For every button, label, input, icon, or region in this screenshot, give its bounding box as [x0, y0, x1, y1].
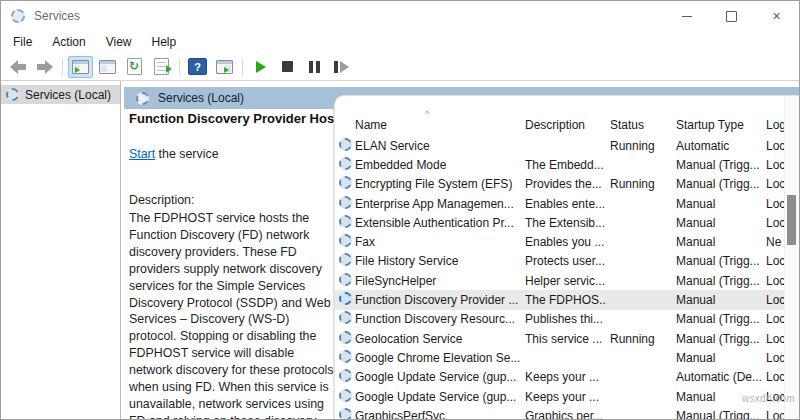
service-startup-type: Manual: [676, 235, 764, 249]
service-startup-type: Manual: [676, 216, 764, 230]
start-service-line: Start the service: [129, 147, 219, 161]
service-description: Keeps your ...: [525, 370, 607, 384]
service-startup-type: Manual (Trigg...: [676, 409, 764, 420]
service-gear-icon: [339, 369, 352, 382]
service-startup-type: Manual (Trigg...: [676, 254, 764, 268]
service-row[interactable]: Google Update Service (gup... Keeps your…: [335, 387, 785, 406]
restart-service-button[interactable]: [329, 56, 354, 78]
properties-button[interactable]: [95, 56, 120, 78]
back-button[interactable]: [5, 56, 30, 78]
service-gear-icon: [339, 234, 352, 247]
service-description: The FDPHOS...: [525, 293, 607, 307]
service-description: Enables you ...: [525, 235, 607, 249]
service-gear-icon: [339, 311, 352, 324]
service-gear-icon: [339, 138, 352, 151]
stop-service-button[interactable]: [275, 56, 300, 78]
service-gear-icon: [339, 196, 352, 209]
service-status: Running: [610, 177, 672, 191]
service-description: Graphics per...: [525, 409, 607, 420]
service-row[interactable]: Embedded Mode The Embedd... Manual (Trig…: [335, 155, 785, 174]
service-description: Enables ente...: [525, 197, 607, 211]
service-startup-type: Manual: [676, 197, 764, 211]
service-row[interactable]: Function Discovery Provider ... The FDPH…: [335, 290, 785, 309]
service-name: Function Discovery Resourc...: [355, 312, 520, 326]
action-pane-icon: [216, 60, 233, 74]
service-name: Fax: [355, 235, 520, 249]
service-row[interactable]: FileSyncHelper Helper servic... Manual (…: [335, 271, 785, 290]
service-name: Encrypting File System (EFS): [355, 177, 520, 191]
service-row[interactable]: Encrypting File System (EFS) Provides th…: [335, 175, 785, 194]
show-console-tree-button[interactable]: [68, 56, 93, 78]
service-rows: ELAN Service Running Automatic Loc Embed…: [335, 136, 785, 420]
show-action-pane-button[interactable]: [212, 56, 237, 78]
service-description: Keeps your ...: [525, 390, 607, 404]
service-row[interactable]: Geolocation Service This service ... Run…: [335, 329, 785, 348]
services-window: Services × File Action View Help ↻: [0, 0, 800, 420]
column-header-startup-type[interactable]: Startup Type: [676, 118, 744, 132]
start-service-suffix: the service: [155, 147, 218, 161]
play-icon: [256, 61, 266, 73]
maximize-button[interactable]: [709, 1, 754, 31]
service-name: Function Discovery Provider ...: [355, 293, 520, 307]
service-description: Protects user...: [525, 254, 607, 268]
pause-service-button[interactable]: [302, 56, 327, 78]
menu-action[interactable]: Action: [42, 32, 95, 52]
export-list-button[interactable]: [149, 56, 174, 78]
service-name: FileSyncHelper: [355, 274, 520, 288]
service-row[interactable]: Fax Enables you ... Manual Ne: [335, 232, 785, 251]
list-column-headers: Name Description Status Startup Type Log: [335, 116, 785, 136]
refresh-button[interactable]: ↻: [122, 56, 147, 78]
service-row[interactable]: GraphicsPerfSvc Graphics per... Manual (…: [335, 406, 785, 420]
tree-item-services-local[interactable]: Services (Local): [1, 85, 120, 104]
service-gear-icon: [339, 350, 352, 363]
help-button[interactable]: ?: [185, 56, 210, 78]
stop-icon: [282, 61, 293, 72]
column-header-name[interactable]: Name: [355, 118, 387, 132]
service-row[interactable]: Google Update Service (gup... Keeps your…: [335, 368, 785, 387]
service-description: The Extensib...: [525, 216, 607, 230]
menu-help[interactable]: Help: [142, 32, 187, 52]
service-row[interactable]: Google Chrome Elevation Se... Manual Loc: [335, 348, 785, 367]
forward-button[interactable]: [32, 56, 57, 78]
service-startup-type: Automatic (De...: [676, 370, 764, 384]
column-header-status[interactable]: Status: [610, 118, 644, 132]
restart-icon: [334, 61, 349, 73]
minimize-icon: [682, 16, 692, 17]
window-controls: ×: [664, 1, 799, 31]
service-name: Google Update Service (gup...: [355, 370, 520, 384]
start-service-link[interactable]: Start: [129, 147, 155, 161]
service-startup-type: Manual (Trigg...: [676, 158, 764, 172]
console-tree-pane: Services (Local): [1, 81, 121, 420]
minimize-button[interactable]: [664, 1, 709, 31]
service-name: Google Chrome Elevation Se...: [355, 351, 520, 365]
service-name: Google Update Service (gup...: [355, 390, 520, 404]
close-button[interactable]: ×: [754, 1, 799, 31]
services-app-icon: [11, 9, 25, 23]
menu-bar: File Action View Help: [1, 31, 799, 53]
service-row[interactable]: ELAN Service Running Automatic Loc: [335, 136, 785, 155]
service-gear-icon: [339, 331, 352, 344]
service-row[interactable]: Enterprise App Managemen... Enables ente…: [335, 194, 785, 213]
service-row[interactable]: File History Service Protects user... Ma…: [335, 252, 785, 271]
menu-file[interactable]: File: [3, 32, 42, 52]
menu-view[interactable]: View: [96, 32, 142, 52]
service-name: Geolocation Service: [355, 332, 520, 346]
service-startup-type: Automatic: [676, 139, 764, 153]
export-list-icon: [154, 58, 169, 75]
console-tree-icon: [72, 60, 89, 74]
service-startup-type: Manual: [676, 293, 764, 307]
service-row[interactable]: Extensible Authentication Pr... The Exte…: [335, 213, 785, 232]
service-gear-icon: [339, 408, 352, 420]
start-service-button[interactable]: [248, 56, 273, 78]
main-area: Services (Local) Services (Local) Functi…: [1, 81, 799, 420]
column-header-description[interactable]: Description: [525, 118, 585, 132]
service-row[interactable]: Function Discovery Resourc... Publishes …: [335, 310, 785, 329]
scrollbar-thumb[interactable]: [787, 195, 796, 245]
service-name: GraphicsPerfSvc: [355, 409, 520, 420]
title-bar[interactable]: Services ×: [1, 1, 799, 31]
vertical-scrollbar[interactable]: [784, 96, 799, 420]
service-name: File History Service: [355, 254, 520, 268]
help-icon: ?: [188, 58, 207, 75]
back-arrow-icon: [10, 60, 26, 74]
service-name: Embedded Mode: [355, 158, 520, 172]
